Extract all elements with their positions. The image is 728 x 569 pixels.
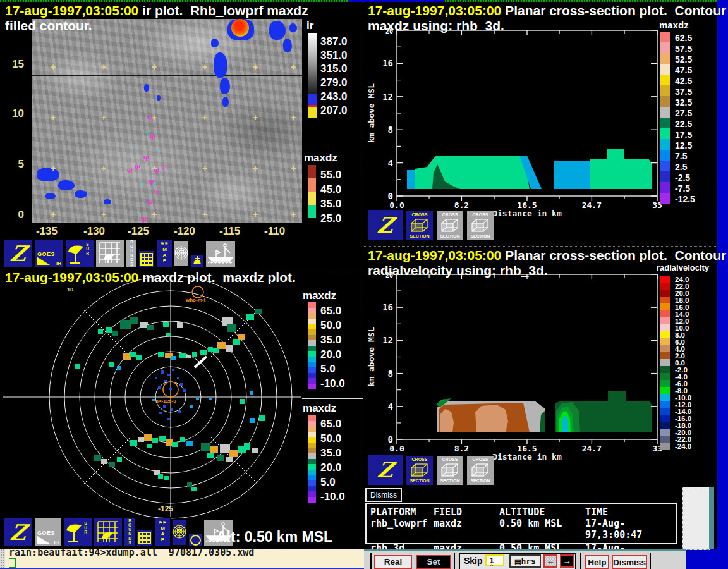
svg-text:12: 12 bbox=[382, 92, 393, 102]
x-tick: -130 bbox=[83, 225, 105, 238]
terminal-window[interactable]: rain:beaufait:94>xdump.all 970817.0305.x… bbox=[0, 549, 364, 569]
svg-text:4: 4 bbox=[388, 401, 393, 412]
map-button[interactable]: ⚑⚑ MAP bbox=[154, 518, 171, 547]
latitude-line bbox=[32, 75, 302, 76]
goes-ir-button[interactable]: GOES IR bbox=[35, 518, 61, 547]
svg-text:16: 16 bbox=[382, 302, 393, 312]
dismiss-button[interactable]: Dismiss bbox=[365, 488, 402, 502]
help-button[interactable]: Help bbox=[585, 555, 609, 569]
set-time-button[interactable]: Set Time bbox=[416, 555, 451, 569]
goes-label: GOES bbox=[35, 250, 63, 257]
terminal-cursor bbox=[9, 558, 16, 568]
x-tick: -110 bbox=[264, 225, 285, 238]
xs-maxdz-colorbar-label: maxdz bbox=[659, 20, 689, 30]
zebra-logo-button[interactable]: Z bbox=[368, 454, 403, 486]
radar-dish-icon bbox=[67, 242, 85, 267]
cross-section-button[interactable]: CROSS SECTION bbox=[466, 211, 494, 241]
radar-grid-icon bbox=[95, 519, 121, 544]
svg-text:4: 4 bbox=[388, 158, 393, 168]
circle-icon bbox=[190, 535, 201, 546]
surveillance-radar-button[interactable]: SUR bbox=[63, 518, 92, 547]
goes-label: GOES bbox=[35, 529, 61, 536]
svg-text:8: 8 bbox=[388, 125, 393, 135]
radar-corner-label: 10 bbox=[67, 286, 73, 293]
svg-text:0: 0 bbox=[388, 434, 393, 444]
y-tick: 10 bbox=[10, 107, 24, 120]
cross-section-icon bbox=[410, 218, 430, 233]
window-resize-handle bbox=[0, 549, 5, 569]
xs-maxdz-colorbar bbox=[660, 32, 670, 204]
x-tick: -135 bbox=[36, 225, 58, 238]
spinner-caret-icon[interactable]: ^ bbox=[490, 563, 493, 568]
vertical-scrollbar[interactable] bbox=[682, 487, 710, 550]
cross-section-button-active[interactable]: CROSS SECTION bbox=[406, 455, 434, 486]
cross-section-button[interactable]: CROSS SECTION bbox=[436, 211, 464, 241]
ship-button[interactable] bbox=[205, 240, 236, 268]
grid-button[interactable] bbox=[138, 250, 155, 268]
skip-label: Skip bbox=[464, 556, 483, 566]
zebra-logo-button[interactable]: Z bbox=[368, 209, 403, 241]
grid-button[interactable] bbox=[136, 529, 153, 547]
goes-ir-button[interactable]: GOES IR bbox=[35, 239, 64, 268]
step-back-button[interactable]: ← bbox=[543, 554, 557, 568]
buoy-button[interactable] bbox=[190, 254, 204, 268]
radar-origin-label: b<-125-9 bbox=[155, 398, 176, 404]
y-tick: 15 bbox=[10, 58, 24, 71]
skip-group: Skip 1 ^ ▤hrs ← → bbox=[459, 553, 576, 569]
x-tick: -115 bbox=[219, 225, 240, 238]
bounds-button[interactable]: BOUNDS bbox=[124, 518, 135, 547]
real-time-button[interactable]: Real Time bbox=[374, 555, 412, 569]
ir-toolbar: Z GOES IR SUR BOUNDS ⚑⚑ MAP bbox=[1, 239, 363, 269]
hrs-button[interactable]: ▤hrs bbox=[509, 554, 541, 568]
ir-panel-title: 17-aug-1997,03:05:00 ir plot. Rhb_lowprf… bbox=[5, 3, 308, 18]
svg-text:8.2: 8.2 bbox=[454, 444, 469, 453]
svg-text:0: 0 bbox=[388, 191, 393, 201]
maxdz-colorbar-label: maxdz bbox=[304, 152, 337, 164]
polar-grid-button[interactable] bbox=[174, 240, 189, 267]
zebra-logo-icon: Z bbox=[367, 457, 404, 482]
maxdz-colorbar2 bbox=[308, 415, 316, 503]
dismiss-taskbar-button[interactable]: Dismiss bbox=[612, 555, 647, 569]
cross-section-button[interactable]: CROSS SECTION bbox=[466, 455, 494, 486]
xs-radial-toolbar: Z CROSS SECTION CROSS SECTION CROSS SECT… bbox=[365, 454, 555, 487]
maxdz-colorbar1-label: maxdz bbox=[303, 290, 336, 302]
timestamp: 17-aug-1997,03:05:00 bbox=[368, 3, 501, 18]
radar-dish-icon bbox=[65, 520, 83, 546]
bounds-button[interactable]: BOUNDS bbox=[126, 239, 137, 268]
map-label: MAP bbox=[161, 247, 168, 264]
polar-grid-icon bbox=[173, 525, 186, 539]
buoy-icon bbox=[193, 255, 202, 266]
surveillance-radar-button[interactable]: SUR bbox=[65, 239, 94, 268]
x-tick: -120 bbox=[174, 225, 195, 238]
cross-section-button-active[interactable]: CROSS SECTION bbox=[406, 211, 434, 241]
skip-value-field[interactable]: 1 bbox=[485, 554, 504, 566]
ir-plot-panel: 17-aug-1997,03:05:00 ir plot. Rhb_lowprf… bbox=[0, 2, 363, 269]
zebra-logo-button[interactable]: Z bbox=[4, 239, 33, 268]
svg-text:16: 16 bbox=[382, 58, 393, 68]
map-button[interactable]: ⚑⚑ MAP bbox=[156, 239, 173, 268]
bounds-label: BOUNDS bbox=[125, 518, 134, 545]
zebra-logo-button[interactable]: Z bbox=[4, 518, 33, 547]
xs-radial-title: 17-aug-1997,03:05:00 Planar cross-sectio… bbox=[368, 248, 728, 263]
desktop-bottom bbox=[686, 549, 728, 569]
step-forward-button[interactable]: → bbox=[560, 554, 574, 568]
xs-radial-colorbar bbox=[660, 276, 670, 450]
left-arrow-icon: ← bbox=[547, 556, 555, 566]
polar-grid-button[interactable] bbox=[172, 519, 187, 546]
document-icon: ▤ bbox=[514, 558, 521, 565]
radar-grid-icon bbox=[97, 240, 123, 266]
circle-overlay-button[interactable] bbox=[188, 533, 202, 547]
sur-label: SUR bbox=[81, 521, 90, 534]
xs-radial-panel: 17-aug-1997,03:05:00 Planar cross-sectio… bbox=[364, 247, 717, 549]
y-tick: 5 bbox=[10, 158, 24, 171]
grid-icon bbox=[140, 253, 153, 266]
radar-grid-button[interactable] bbox=[94, 518, 123, 547]
timestamp: 17-aug-1997,03:05:00 bbox=[368, 248, 501, 262]
svg-text:0.0: 0.0 bbox=[389, 444, 404, 453]
maxdz-colorbar bbox=[308, 165, 316, 218]
x-tick: -125 bbox=[128, 225, 149, 238]
cross-section-button[interactable]: CROSS SECTION bbox=[436, 455, 464, 486]
radar-grid-button[interactable] bbox=[95, 239, 124, 268]
timestamp: 17-aug-1997,03:05:00 bbox=[5, 3, 138, 18]
radar-range-label: -125 bbox=[158, 505, 173, 513]
